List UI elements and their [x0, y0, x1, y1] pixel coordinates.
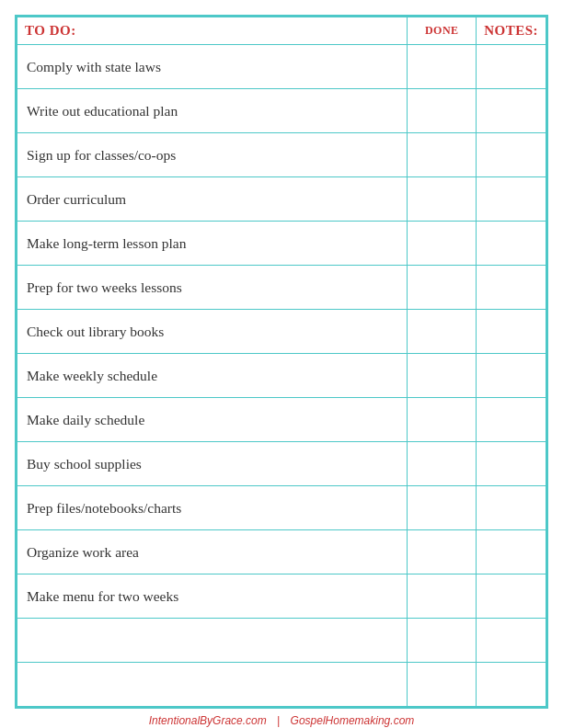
row-item-3: Order curriculum: [17, 177, 408, 222]
table-header-row: TO DO: DONE NOTES:: [17, 17, 546, 45]
page-wrapper: TO DO: DONE NOTES: Comply with state law…: [15, 15, 548, 713]
row-done-10[interactable]: [408, 486, 477, 530]
row-notes-0[interactable]: [477, 45, 546, 89]
row-done-7[interactable]: [408, 354, 477, 398]
row-notes-12[interactable]: [477, 574, 546, 619]
row-notes-2[interactable]: [477, 133, 546, 177]
footer: IntentionalByGrace.com | GospelHomemakin…: [145, 714, 419, 727]
table-row: Prep files/notebooks/charts: [17, 486, 546, 530]
table-row: Check out library books: [17, 310, 546, 354]
row-done-0[interactable]: [408, 45, 477, 89]
table-row: [17, 663, 546, 707]
row-notes-7[interactable]: [477, 354, 546, 398]
row-item-1: Write out educational plan: [17, 89, 408, 133]
row-done-9[interactable]: [408, 442, 477, 486]
table-row: Make menu for two weeks: [17, 574, 546, 619]
row-notes-9[interactable]: [477, 442, 546, 486]
row-item-10: Prep files/notebooks/charts: [17, 486, 408, 530]
table-row: Organize work area: [17, 530, 546, 574]
row-item-6: Check out library books: [17, 310, 408, 354]
row-item-4: Make long-term lesson plan: [17, 222, 408, 266]
table-row: Make weekly schedule: [17, 354, 546, 398]
row-notes-4[interactable]: [477, 222, 546, 266]
row-notes-5[interactable]: [477, 266, 546, 310]
row-item-0: Comply with state laws: [17, 45, 408, 89]
row-notes-10[interactable]: [477, 486, 546, 530]
row-done-14[interactable]: [408, 663, 477, 707]
row-notes-11[interactable]: [477, 530, 546, 574]
done-header: DONE: [408, 17, 477, 45]
row-done-5[interactable]: [408, 266, 477, 310]
row-notes-1[interactable]: [477, 89, 546, 133]
row-done-13[interactable]: [408, 619, 477, 663]
footer-site1: IntentionalByGrace.com: [149, 714, 267, 727]
notes-header: NOTES:: [477, 17, 546, 45]
row-item-11: Organize work area: [17, 530, 408, 574]
table-row: Comply with state laws: [17, 45, 546, 89]
row-done-8[interactable]: [408, 398, 477, 442]
table-container: TO DO: DONE NOTES: Comply with state law…: [15, 15, 548, 709]
table-body: Comply with state lawsWrite out educatio…: [17, 45, 546, 707]
row-done-1[interactable]: [408, 89, 477, 133]
row-item-2: Sign up for classes/co-ops: [17, 133, 408, 177]
row-notes-3[interactable]: [477, 177, 546, 222]
table-row: Buy school supplies: [17, 442, 546, 486]
table-row: Make daily schedule: [17, 398, 546, 442]
row-item-7: Make weekly schedule: [17, 354, 408, 398]
row-done-2[interactable]: [408, 133, 477, 177]
row-item-5: Prep for two weeks lessons: [17, 266, 408, 310]
table-row: Make long-term lesson plan: [17, 222, 546, 266]
row-done-12[interactable]: [408, 574, 477, 619]
table-row: Sign up for classes/co-ops: [17, 133, 546, 177]
row-item-9: Buy school supplies: [17, 442, 408, 486]
row-item-13: [17, 619, 408, 663]
table-row: Prep for two weeks lessons: [17, 266, 546, 310]
table-row: [17, 619, 546, 663]
row-item-8: Make daily schedule: [17, 398, 408, 442]
row-done-3[interactable]: [408, 177, 477, 222]
row-notes-14[interactable]: [477, 663, 546, 707]
row-notes-13[interactable]: [477, 619, 546, 663]
row-done-4[interactable]: [408, 222, 477, 266]
todo-header: TO DO:: [17, 17, 408, 45]
row-item-12: Make menu for two weeks: [17, 574, 408, 619]
row-notes-6[interactable]: [477, 310, 546, 354]
row-done-6[interactable]: [408, 310, 477, 354]
checklist-table: TO DO: DONE NOTES: Comply with state law…: [17, 17, 546, 707]
footer-site2: GospelHomemaking.com: [291, 714, 415, 727]
table-row: Write out educational plan: [17, 89, 546, 133]
row-notes-8[interactable]: [477, 398, 546, 442]
row-item-14: [17, 663, 408, 707]
footer-divider: |: [277, 714, 280, 727]
table-row: Order curriculum: [17, 177, 546, 222]
row-done-11[interactable]: [408, 530, 477, 574]
